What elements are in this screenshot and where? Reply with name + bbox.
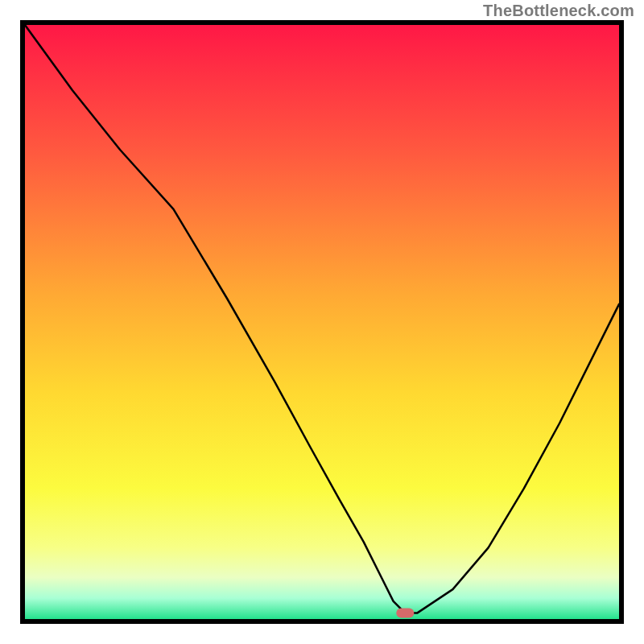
chart-container: TheBottleneck.com [0,0,644,644]
optimal-marker [396,609,414,618]
plot-frame [20,20,624,624]
plot-svg [25,25,619,619]
plot-background [25,25,619,619]
attribution-label: TheBottleneck.com [483,2,634,20]
